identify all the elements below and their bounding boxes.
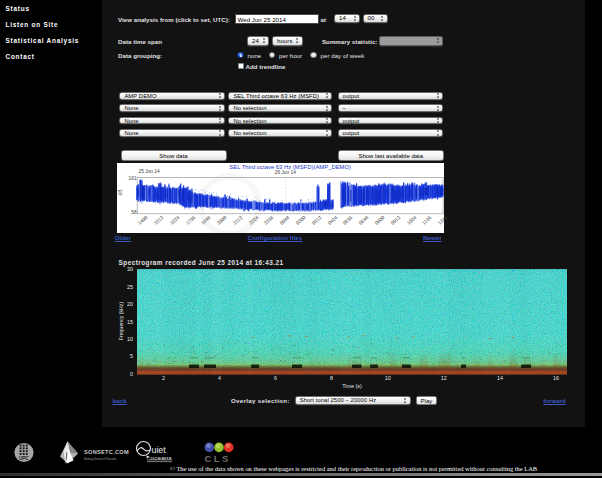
- svg-text:uiet: uiet: [152, 445, 167, 455]
- svg-text:CLS: CLS: [205, 453, 231, 464]
- svg-text:UPC: UPC: [19, 456, 29, 461]
- svg-text:SONSETC.COM: SONSETC.COM: [84, 449, 129, 455]
- svg-text:Making Sense of Sounds: Making Sense of Sounds: [84, 457, 117, 461]
